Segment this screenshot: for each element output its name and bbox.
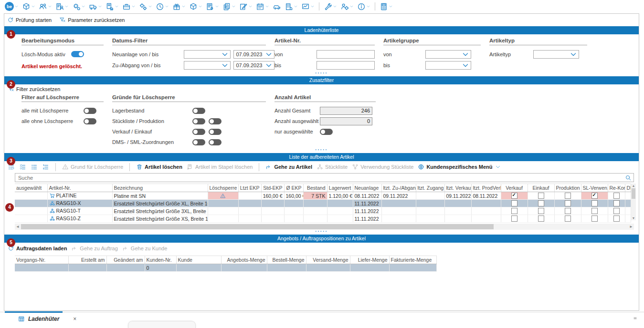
einkauf-toggle[interactable] [209,129,222,135]
sl-checkbox[interactable] [591,193,598,199]
produktion-checkbox[interactable] [565,208,571,214]
col-fakturierte-menge[interactable]: Fakturierte-Menge [389,256,436,264]
sml-toggle[interactable] [209,139,222,145]
section-expander[interactable]: ····· [4,148,639,153]
artikelgruppe-bis-combo[interactable] [425,61,471,70]
gears-icon[interactable] [138,2,153,11]
brand-be-icon[interactable]: be [4,1,20,11]
einkauf-checkbox[interactable] [538,193,544,199]
col-liefer-menge[interactable]: Liefer-Menge [350,256,389,264]
auftrag-row[interactable]: 0 [15,264,436,272]
artikelnr-von-input[interactable] [317,50,375,59]
col-bestand[interactable]: Bestand [303,184,327,192]
calculator-icon[interactable] [379,2,394,11]
article-row[interactable]: RASG10-XErsatzteil Stretchgürtel Größe X… [15,200,631,207]
scroll-left-arrow[interactable]: ◄ [15,225,21,229]
calendar-icon[interactable] [255,2,270,11]
produktion-checkbox[interactable] [565,193,571,199]
col-kunde[interactable]: Kunde [176,256,221,264]
artikelgruppe-von-combo[interactable] [425,50,471,59]
briefcase-icon[interactable] [121,2,137,11]
col-ltzt-zuabgang[interactable]: ltzt. Zu-/Abgang [381,184,416,192]
artikeltyp-combo[interactable] [533,50,579,59]
cube-icon[interactable] [21,2,36,11]
building-icon[interactable] [284,2,299,11]
stueckliste-toggle[interactable] [192,118,205,124]
col-lagerwert[interactable]: Lagerwert [327,184,353,192]
col-ausgewaehlt[interactable]: ausgewählt [15,184,47,192]
tab-close-icon[interactable]: × [73,316,76,322]
user-gear-icon[interactable] [339,2,355,11]
einkauf-checkbox[interactable] [538,200,544,206]
article-row[interactable]: RASG10-ZErsatzteil Stretchgürtel Größe X… [15,215,631,223]
col-std-ekp[interactable]: Std-EKP [261,184,284,192]
verkauf-checkbox[interactable] [511,193,517,199]
section-expander[interactable]: ····· [4,72,639,76]
einkauf-checkbox[interactable] [538,208,544,214]
col-loeschsperre[interactable]: Löschsperre [208,184,238,192]
artikelnr-bis-input[interactable] [317,61,375,70]
section-expander[interactable]: ····· [4,230,639,235]
gehe-zu-artikel-button[interactable]: Gehe zu Artikel [265,164,312,170]
search-input[interactable] [17,174,625,181]
kundenspezifisches-menue-button[interactable]: Kundenspezifisches Menü [418,164,501,170]
filter-zuruecksetzen-button[interactable]: Filter zurücksetzen [8,85,60,92]
scroll-right-arrow[interactable]: ► [628,225,634,229]
scrollbar-thumb[interactable] [21,224,494,229]
col-geaendert-am[interactable]: Geändert am [106,256,145,264]
documents-icon[interactable] [222,2,237,11]
col-ltzt-verkauf[interactable]: ltzt. Verkauf [444,184,471,192]
scroll-down-arrow[interactable]: ▼ [631,216,636,220]
col-artikelnr[interactable]: Artikel-Nr. [47,184,112,192]
re-checkbox[interactable] [613,193,620,199]
re-checkbox[interactable] [613,200,620,206]
col-sl-verwendung[interactable]: SL-Verwen... [581,184,608,192]
dms-toggle[interactable] [192,139,205,145]
col-kunden-nr[interactable]: Kunden-Nr. [145,256,176,264]
col-einkauf[interactable]: Einkauf [528,184,554,192]
verwendung-stueckliste-button[interactable]: Verwendung Stückliste [352,164,413,170]
col-bestell-menge[interactable]: Bestell-Menge [267,256,306,264]
col-versand-menge[interactable]: Versand-Menge [306,256,350,264]
col-dm[interactable]: DM [625,184,631,192]
artikel-loeschen-button[interactable]: Artikel löschen [136,164,182,170]
zuabgang-bis-combo[interactable]: 07.09.2023 [233,61,274,70]
re-checkbox[interactable] [613,208,620,214]
produktion-toggle[interactable] [209,118,222,124]
col-oe-ekp[interactable]: Ø EKP [284,184,303,192]
gift-icon[interactable] [171,2,187,11]
list-lines-view-button[interactable] [31,164,38,171]
col-ltzt-prodverb[interactable]: ltzt. ProdVerb [471,184,501,192]
scrollbar-thumb[interactable] [632,188,635,199]
article-row[interactable]: RASG10-TErsatzteil Stretchgürtel Größe 3… [15,207,631,215]
neuanlage-von-combo[interactable] [184,50,231,59]
loesch-modus-toggle[interactable] [71,51,84,57]
col-re-kontr[interactable]: Re-Kontr. [608,184,625,192]
chart-icon[interactable] [300,2,316,11]
sl-checkbox[interactable] [591,215,598,222]
users-icon[interactable] [38,2,53,11]
col-produktion[interactable]: Produktion [554,184,581,192]
re-checkbox[interactable] [613,215,620,222]
auftragsdaten-laden-button[interactable]: Auftragsdaten laden [8,245,67,252]
lagerbestand-toggle[interactable] [192,108,205,114]
col-ltzt-zugang[interactable]: ltzt. Zugang [416,184,444,192]
document-truck-icon[interactable] [105,2,120,11]
neuanlage-bis-combo[interactable]: 07.09.2023 [233,50,274,59]
col-verkauf[interactable]: Verkauf [501,184,528,192]
parameter-zuruecksetzen-button[interactable]: Parameter zurücksetzen [59,17,125,23]
col-angebots-menge[interactable]: Angebots-Menge [221,256,267,264]
sl-checkbox[interactable] [591,200,598,206]
artikel-im-stapel-loeschen-button[interactable]: Artikel im Stapel löschen [187,164,253,170]
search-icon[interactable] [625,174,632,181]
user-document-icon[interactable] [54,2,70,11]
stueckliste-button[interactable]: Stückliste [317,164,348,170]
gehe-zu-kunde-button[interactable]: Gehe zu Kunde [122,245,167,252]
col-erstellt-am[interactable]: Erstellt am [68,256,106,264]
info-icon[interactable] [356,2,371,11]
alle-ohne-loeschsperre-toggle[interactable] [84,118,96,124]
list-numbered-view-button[interactable] [42,164,49,171]
produktion-checkbox[interactable] [565,200,571,206]
list-check-view-button[interactable] [19,164,26,171]
verkauf-toggle[interactable] [192,129,205,135]
